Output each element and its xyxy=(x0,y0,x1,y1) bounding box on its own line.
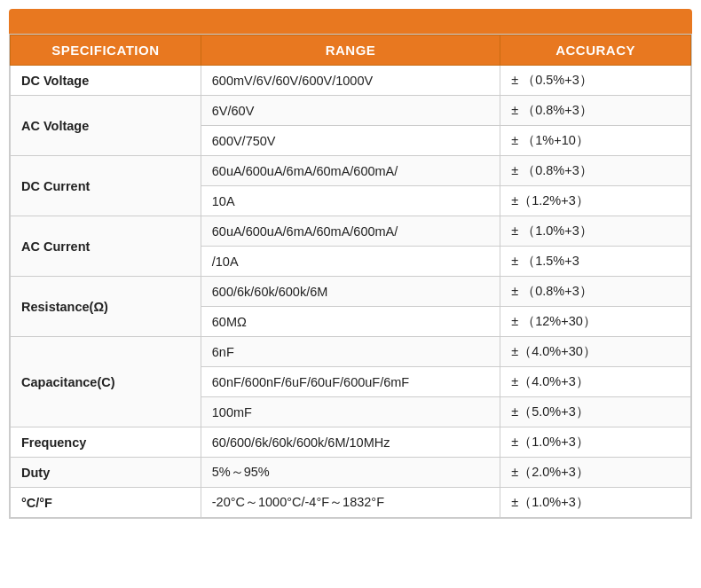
accuracy-cell: ±（2.0%+3） xyxy=(500,458,691,488)
accuracy-cell: ±（4.0%+30） xyxy=(500,337,691,367)
range-cell: 60uA/600uA/6mA/60mA/600mA/ xyxy=(201,216,500,247)
accuracy-cell: ± （1.5%+3 xyxy=(500,247,691,277)
table-row: AC Voltage6V/60V± （0.8%+3） xyxy=(11,96,691,126)
range-cell: 10A xyxy=(201,186,500,216)
table-row: DC Current60uA/600uA/6mA/60mA/600mA/± （0… xyxy=(11,156,691,186)
range-cell: 6nF xyxy=(201,337,500,367)
range-cell: 60nF/600nF/6uF/60uF/600uF/6mF xyxy=(201,367,500,397)
range-cell: /10A xyxy=(201,247,500,277)
accuracy-cell: ±（4.0%+3） xyxy=(500,367,691,397)
table-row: DC Voltage600mV/6V/60V/600V/1000V± （0.5%… xyxy=(11,66,691,96)
range-cell: 5%～95% xyxy=(201,458,500,488)
spec-cell: DC Voltage xyxy=(11,66,201,96)
range-cell: 60uA/600uA/6mA/60mA/600mA/ xyxy=(201,156,500,186)
range-cell: 6V/60V xyxy=(201,96,500,126)
accuracy-cell: ± （0.8%+3） xyxy=(500,277,691,307)
range-cell: 60MΩ xyxy=(201,307,500,337)
accuracy-cell: ± （1.0%+3） xyxy=(500,216,691,247)
table-row: AC Current60uA/600uA/6mA/60mA/600mA/± （1… xyxy=(11,216,691,247)
accuracy-cell: ± （0.8%+3） xyxy=(500,96,691,126)
accuracy-cell: ± （0.8%+3） xyxy=(500,156,691,186)
table-row: °C/°F-20°C～1000°C/-4°F～1832°F±（1.0%+3） xyxy=(11,488,691,518)
spec-cell: Resistance(Ω) xyxy=(11,277,201,337)
range-cell: 60/600/6k/60k/600k/6M/10MHz xyxy=(201,427,500,458)
accuracy-cell: ± （0.5%+3） xyxy=(500,66,691,96)
table-row: Capacitance(C)6nF±（4.0%+30） xyxy=(11,337,691,367)
spec-cell: DC Current xyxy=(11,156,201,216)
spec-cell: AC Voltage xyxy=(11,96,201,156)
accuracy-cell: ± （1%+10） xyxy=(500,126,691,156)
spec-cell: Capacitance(C) xyxy=(11,337,201,427)
accuracy-cell: ±（5.0%+3） xyxy=(500,397,691,427)
table-row: Resistance(Ω)600/6k/60k/600k/6M± （0.8%+3… xyxy=(11,277,691,307)
col-header-accuracy: ACCURACY xyxy=(500,35,691,66)
header xyxy=(9,9,692,34)
range-cell: -20°C～1000°C/-4°F～1832°F xyxy=(201,488,500,518)
accuracy-cell: ±（1.0%+3） xyxy=(500,427,691,458)
table-row: Frequency60/600/6k/60k/600k/6M/10MHz±（1.… xyxy=(11,427,691,458)
spec-table: SPECIFICATION RANGE ACCURACY DC Voltage6… xyxy=(10,35,691,518)
range-cell: 600V/750V xyxy=(201,126,500,156)
col-header-range: RANGE xyxy=(201,35,500,66)
accuracy-cell: ± （12%+30） xyxy=(500,307,691,337)
range-cell: 600/6k/60k/600k/6M xyxy=(201,277,500,307)
accuracy-cell: ±（1.0%+3） xyxy=(500,488,691,518)
spec-cell: Frequency xyxy=(11,427,201,458)
table-wrapper: SPECIFICATION RANGE ACCURACY DC Voltage6… xyxy=(9,34,692,519)
accuracy-cell: ±（1.2%+3） xyxy=(500,186,691,216)
range-cell: 100mF xyxy=(201,397,500,427)
spec-cell: °C/°F xyxy=(11,488,201,518)
range-cell: 600mV/6V/60V/600V/1000V xyxy=(201,66,500,96)
spec-cell: AC Current xyxy=(11,216,201,277)
spec-cell: Duty xyxy=(11,458,201,488)
col-header-spec: SPECIFICATION xyxy=(11,35,201,66)
table-row: Duty5%～95%±（2.0%+3） xyxy=(11,458,691,488)
